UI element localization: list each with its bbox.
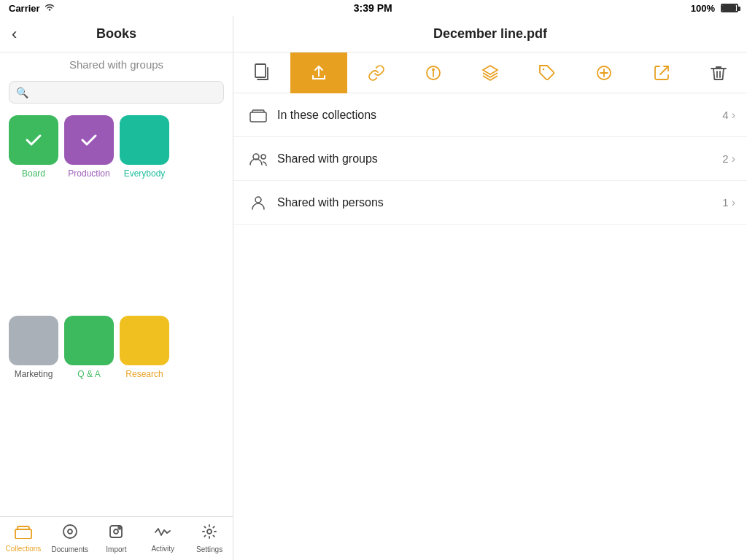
svg-point-1 xyxy=(63,525,77,538)
toolbar-layers-btn[interactable] xyxy=(462,52,519,93)
collection-icon-marketing xyxy=(9,316,58,365)
collection-everybody[interactable]: Everybody xyxy=(120,115,169,310)
groups-chevron: › xyxy=(732,152,735,166)
collection-icon-everybody xyxy=(120,115,169,165)
tab-activity[interactable]: Activity xyxy=(139,517,186,560)
right-header: December line.pdf xyxy=(233,16,747,52)
persons-row-label: Shared with persons xyxy=(271,196,722,209)
status-bar: Carrier 3:39 PM 100% xyxy=(0,0,747,16)
svg-point-4 xyxy=(114,529,118,534)
right-panel: December line.pdf xyxy=(233,16,747,560)
toolbar-trash-btn[interactable] xyxy=(690,52,747,93)
toolbar-share-btn[interactable] xyxy=(290,52,347,93)
collection-marketing[interactable]: Marketing xyxy=(9,316,58,510)
list-row-groups[interactable]: Shared with groups 2 › xyxy=(233,137,747,181)
svg-point-23 xyxy=(261,155,266,159)
time-label: 3:39 PM xyxy=(354,2,392,14)
toolbar-info-btn[interactable] xyxy=(405,52,462,93)
shared-with-groups-label: Shared with groups xyxy=(0,52,233,77)
toolbar-document-btn[interactable] xyxy=(233,52,290,93)
toolbar-tag-btn[interactable] xyxy=(519,52,576,93)
collection-label-board: Board xyxy=(22,168,45,179)
bottom-tabs: Collections Documents xyxy=(0,516,233,560)
tab-import-label: Import xyxy=(106,545,126,553)
import-icon xyxy=(108,524,124,544)
svg-point-12 xyxy=(433,69,434,70)
status-right: 100% xyxy=(691,3,738,14)
collection-label-research: Research xyxy=(125,369,163,379)
tab-collections-label: Collections xyxy=(5,545,41,553)
svg-rect-9 xyxy=(255,64,266,77)
tab-settings-label: Settings xyxy=(196,545,222,553)
svg-point-2 xyxy=(68,529,72,534)
collections-row-label: In these collections xyxy=(271,109,722,122)
groups-row-label: Shared with groups xyxy=(271,152,722,166)
collection-label-qa: Q & A xyxy=(77,369,100,379)
collection-icon-research xyxy=(120,316,169,365)
collections-chevron: › xyxy=(732,109,735,122)
settings-icon xyxy=(201,524,217,544)
svg-point-8 xyxy=(207,529,212,534)
carrier-label: Carrier xyxy=(9,3,40,14)
collections-icon xyxy=(15,524,32,543)
persons-row-right: 1 › xyxy=(722,196,735,209)
collections-row-right: 4 › xyxy=(722,109,735,122)
search-bar: 🔍 xyxy=(9,81,224,104)
collection-production[interactable]: Production xyxy=(64,115,114,310)
list-row-collections[interactable]: In these collections 4 › xyxy=(233,93,747,137)
collections-grid: Board Production Everybody xyxy=(0,109,233,516)
collection-board[interactable]: Board xyxy=(9,115,58,310)
tab-import[interactable]: Import xyxy=(93,517,140,560)
persons-row-icon xyxy=(245,195,271,211)
sidebar-title: Books xyxy=(96,26,136,42)
svg-line-18 xyxy=(660,66,668,74)
groups-row-right: 2 › xyxy=(722,152,735,166)
activity-icon xyxy=(155,524,171,543)
tab-collections[interactable]: Collections xyxy=(0,517,47,560)
toolbar-link-btn[interactable] xyxy=(347,52,404,93)
persons-row-count: 1 xyxy=(722,196,728,209)
groups-row-icon xyxy=(245,152,271,166)
collections-row-icon xyxy=(245,108,271,122)
tab-settings[interactable]: Settings xyxy=(186,517,233,560)
sidebar: ‹ Books Shared with groups 🔍 Board xyxy=(0,16,233,560)
collection-icon-production xyxy=(64,115,114,165)
search-icon: 🔍 xyxy=(16,87,28,98)
toolbar-add-btn[interactable] xyxy=(576,52,632,93)
collections-row-count: 4 xyxy=(722,109,728,121)
list-row-persons[interactable]: Shared with persons 1 › xyxy=(233,181,747,225)
tab-documents[interactable]: Documents xyxy=(47,517,93,560)
tab-documents-label: Documents xyxy=(51,545,88,553)
battery-icon xyxy=(721,4,738,12)
collection-label-everybody: Everybody xyxy=(124,168,166,179)
main-layout: ‹ Books Shared with groups 🔍 Board xyxy=(0,16,747,560)
svg-rect-21 xyxy=(250,112,266,122)
status-left: Carrier xyxy=(9,3,55,14)
sidebar-header: ‹ Books xyxy=(0,16,233,52)
collection-icon-qa xyxy=(64,316,114,365)
documents-icon xyxy=(62,524,78,544)
search-input[interactable] xyxy=(9,81,224,104)
collection-label-marketing: Marketing xyxy=(15,369,53,379)
svg-point-24 xyxy=(255,197,261,203)
persons-chevron: › xyxy=(732,196,735,209)
content-list: In these collections 4 › Shared with gro xyxy=(233,93,747,560)
back-button[interactable]: ‹ xyxy=(12,25,17,44)
groups-row-count: 2 xyxy=(722,152,728,165)
toolbar xyxy=(233,52,747,93)
right-title: December line.pdf xyxy=(433,26,547,42)
battery-label: 100% xyxy=(691,3,715,14)
toolbar-export-btn[interactable] xyxy=(633,52,690,93)
collection-research[interactable]: Research xyxy=(120,316,169,510)
wifi-icon xyxy=(44,3,55,14)
svg-rect-0 xyxy=(15,529,31,539)
tab-activity-label: Activity xyxy=(151,545,174,553)
collection-label-production: Production xyxy=(68,168,109,179)
svg-marker-13 xyxy=(483,66,498,74)
collection-qa[interactable]: Q & A xyxy=(64,316,114,510)
collection-icon-board xyxy=(9,115,58,165)
